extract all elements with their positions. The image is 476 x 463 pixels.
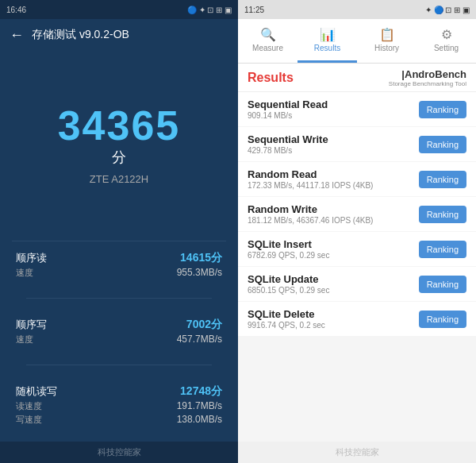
stat-sub-3b: 写速度: [16, 414, 42, 426]
divider2: [26, 298, 212, 299]
stat-score-1: 14615分: [180, 251, 222, 265]
stat-label-3: 随机读写: [16, 384, 57, 399]
divider: [12, 241, 226, 241]
stat-score-2: 7002分: [186, 318, 222, 332]
back-arrow-icon[interactable]: ←: [10, 27, 24, 44]
tab-history-label: History: [374, 44, 399, 52]
right-status-icons: ✦ 🔵 ⊡ ⊞ ▣: [425, 6, 470, 14]
bench-value-3: 172.33 MB/s, 44117.18 IOPS (4KB): [248, 181, 419, 190]
stat-speed-3b: 138.0MB/s: [177, 414, 222, 425]
bench-name-6: SQLite Update: [248, 273, 419, 285]
bench-info-1: Sequential Read 909.14 MB/s: [248, 98, 419, 120]
stat-score-3: 12748分: [180, 384, 222, 399]
left-watermark-text: 科技控能家: [0, 442, 238, 463]
bench-name-4: Random Write: [248, 203, 419, 215]
bench-value-1: 909.14 MB/s: [248, 111, 419, 120]
andro-sub-text: Storage Benchmarking Tool: [389, 80, 466, 87]
bench-random-write: Random Write 181.12 MB/s, 46367.46 IOPS …: [238, 197, 476, 231]
ranking-btn-7[interactable]: Ranking: [419, 311, 466, 328]
bench-list: Sequential Read 909.14 MB/s Ranking Sequ…: [238, 92, 476, 442]
left-time: 16:46: [6, 6, 26, 14]
stat-label-2: 顺序写: [16, 318, 47, 332]
tab-history[interactable]: 📋 History: [357, 19, 416, 63]
bench-sequential-read: Sequential Read 909.14 MB/s Ranking: [238, 92, 476, 126]
bench-value-2: 429.78 MB/s: [248, 146, 419, 155]
right-time: 11:25: [244, 6, 264, 14]
bench-value-7: 9916.74 QPS, 0.2 sec: [248, 321, 419, 330]
divider3: [26, 365, 212, 365]
bench-name-2: Sequential Write: [248, 133, 419, 145]
right-status-bar: 11:25 ✦ 🔵 ⊡ ⊞ ▣: [238, 0, 476, 19]
tab-setting[interactable]: ⚙ Setting: [416, 19, 476, 63]
bench-info-5: SQLite Insert 6782.69 QPS, 0.29 sec: [248, 238, 419, 260]
bench-name-3: Random Read: [248, 168, 419, 180]
ranking-btn-1[interactable]: Ranking: [419, 101, 466, 118]
right-panel: 11:25 ✦ 🔵 ⊡ ⊞ ▣ 🔍 Measure 📊 Results 📋 Hi…: [238, 0, 476, 463]
history-icon: 📋: [379, 27, 395, 42]
stat-random-rw: 随机读写 12748分 读速度 191.7MB/s 写速度 138.0MB/s: [16, 384, 222, 426]
bench-name-1: Sequential Read: [248, 98, 419, 110]
results-title: Results: [248, 71, 294, 85]
tab-results[interactable]: 📊 Results: [298, 19, 357, 63]
bench-info-2: Sequential Write 429.78 MB/s: [248, 133, 419, 155]
androbench-logo: |AndroBench Storage Benchmarking Tool: [389, 68, 466, 87]
left-header: ← 存储测试 v9.0.2-OB: [0, 19, 238, 51]
bench-value-6: 6850.15 QPS, 0.29 sec: [248, 286, 419, 295]
tab-measure-label: Measure: [252, 44, 283, 52]
left-status-bar: 16:46 🔵 ✦ ⊡ ⊞ ▣: [0, 0, 238, 19]
tab-results-label: Results: [314, 44, 340, 52]
bench-sqlite-delete: SQLite Delete 9916.74 QPS, 0.2 sec Ranki…: [238, 302, 476, 336]
setting-icon: ⚙: [441, 27, 452, 42]
stat-sub-3a: 读速度: [16, 400, 42, 412]
results-icon: 📊: [320, 27, 336, 42]
stat-sequential-read: 顺序读 14615分 速度 955.3MB/s: [16, 251, 222, 279]
stat-speed-3a: 191.7MB/s: [177, 400, 222, 411]
tab-setting-label: Setting: [434, 44, 459, 52]
bench-sequential-write: Sequential Write 429.78 MB/s Ranking: [238, 127, 476, 161]
ranking-btn-2[interactable]: Ranking: [419, 136, 466, 153]
bench-info-7: SQLite Delete 9916.74 QPS, 0.2 sec: [248, 308, 419, 330]
big-score: 34365: [58, 105, 181, 146]
left-panel: 16:46 🔵 ✦ ⊡ ⊞ ▣ ← 存储测试 v9.0.2-OB 34365 分…: [0, 0, 238, 463]
left-status-icons: 🔵 ✦ ⊡ ⊞ ▣: [187, 6, 232, 14]
bench-value-5: 6782.69 QPS, 0.29 sec: [248, 251, 419, 260]
stat-sequential-write: 顺序写 7002分 速度 457.7MB/s: [16, 318, 222, 345]
bench-name-5: SQLite Insert: [248, 238, 419, 250]
score-section: 34365 分 ZTE A2122H: [0, 51, 238, 231]
andro-main-text: |AndroBench: [401, 68, 466, 80]
bench-random-read: Random Read 172.33 MB/s, 44117.18 IOPS (…: [238, 162, 476, 196]
tab-measure[interactable]: 🔍 Measure: [238, 19, 298, 63]
bench-info-6: SQLite Update 6850.15 QPS, 0.29 sec: [248, 273, 419, 295]
device-name: ZTE A2122H: [90, 173, 148, 185]
stat-speed-2: 457.7MB/s: [177, 334, 222, 345]
bench-name-7: SQLite Delete: [248, 308, 419, 320]
bench-info-4: Random Write 181.12 MB/s, 46367.46 IOPS …: [248, 203, 419, 225]
stat-sub-1: 速度: [16, 267, 33, 279]
bench-sqlite-update: SQLite Update 6850.15 QPS, 0.29 sec Rank…: [238, 267, 476, 301]
stats-section: 顺序读 14615分 速度 955.3MB/s 顺序写 7002分 速度 457…: [0, 251, 238, 442]
bench-value-4: 181.12 MB/s, 46367.46 IOPS (4KB): [248, 216, 419, 225]
left-title: 存储测试 v9.0.2-OB: [32, 28, 129, 42]
stat-label-1: 顺序读: [16, 251, 47, 265]
stat-sub-2: 速度: [16, 334, 33, 345]
tab-bar: 🔍 Measure 📊 Results 📋 History ⚙ Setting: [238, 19, 476, 64]
results-header: Results |AndroBench Storage Benchmarking…: [238, 64, 476, 92]
score-unit: 分: [112, 148, 126, 167]
ranking-btn-6[interactable]: Ranking: [419, 276, 466, 293]
stat-speed-1: 955.3MB/s: [177, 267, 222, 278]
right-bottom-text: 科技控能家: [238, 442, 476, 463]
bench-sqlite-insert: SQLite Insert 6782.69 QPS, 0.29 sec Rank…: [238, 232, 476, 266]
measure-icon: 🔍: [260, 27, 276, 42]
ranking-btn-4[interactable]: Ranking: [419, 206, 466, 223]
bench-info-3: Random Read 172.33 MB/s, 44117.18 IOPS (…: [248, 168, 419, 190]
ranking-btn-5[interactable]: Ranking: [419, 241, 466, 258]
ranking-btn-3[interactable]: Ranking: [419, 171, 466, 188]
